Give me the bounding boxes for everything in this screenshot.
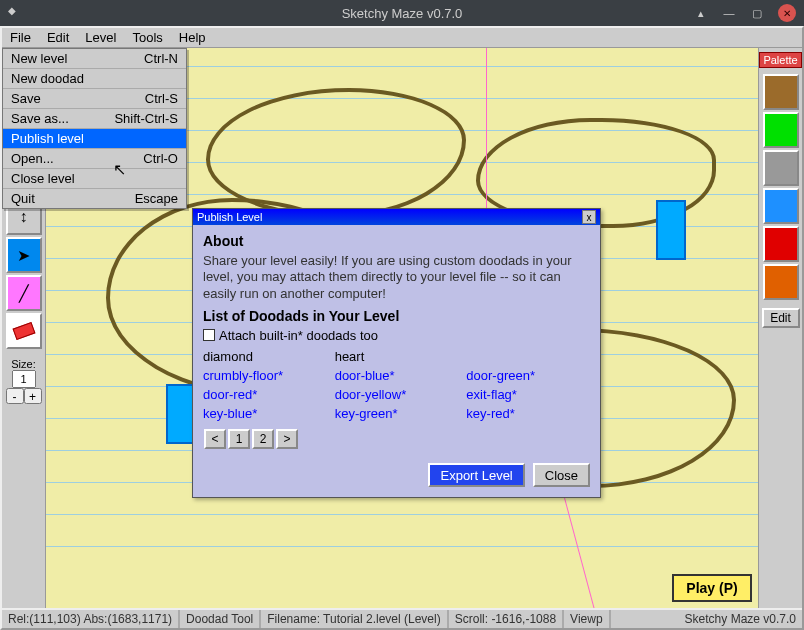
file-menu-item[interactable]: New levelCtrl-N bbox=[3, 49, 186, 69]
attach-builtin-label: Attach built-in* doodads too bbox=[219, 328, 378, 343]
file-menu-dropdown: New levelCtrl-NNew doodadSaveCtrl-SSave … bbox=[2, 48, 187, 209]
menu-tools[interactable]: Tools bbox=[124, 28, 170, 47]
size-label: Size: bbox=[6, 358, 42, 370]
file-menu-item[interactable]: New doodad bbox=[3, 69, 186, 89]
about-text: Share your level easily! If you are usin… bbox=[203, 253, 590, 302]
pager-page-2[interactable]: 2 bbox=[252, 429, 274, 449]
pointer-tool[interactable]: ➤ bbox=[6, 237, 42, 273]
size-input[interactable] bbox=[12, 370, 36, 388]
menu-file[interactable]: File bbox=[2, 28, 39, 47]
list-heading: List of Doodads in Your Level bbox=[203, 308, 590, 324]
line-tool[interactable]: ╱ bbox=[6, 275, 42, 311]
status-filename: Filename: Tutorial 2.level (Level) bbox=[261, 610, 448, 628]
status-tool: Doodad Tool bbox=[180, 610, 261, 628]
app-frame: File Edit Level Tools Help ↕ ➤ ╱ Size: -… bbox=[0, 26, 804, 630]
play-button[interactable]: Play (P) bbox=[672, 574, 752, 602]
pager-prev[interactable]: < bbox=[204, 429, 226, 449]
palette-label: Palette bbox=[759, 52, 801, 68]
pager-page-1[interactable]: 1 bbox=[228, 429, 250, 449]
maximize-icon[interactable]: ▢ bbox=[750, 6, 764, 20]
file-menu-item[interactable]: Publish level bbox=[3, 129, 186, 149]
size-minus[interactable]: - bbox=[6, 388, 24, 404]
pager-next[interactable]: > bbox=[276, 429, 298, 449]
doodad-entry bbox=[466, 349, 590, 364]
eraser-tool[interactable] bbox=[6, 313, 42, 349]
close-icon[interactable]: ✕ bbox=[778, 4, 796, 22]
doodad-entry[interactable]: door-green* bbox=[466, 368, 590, 383]
palette-swatch[interactable] bbox=[763, 226, 799, 262]
close-button[interactable]: Close bbox=[533, 463, 590, 487]
door-blue-sprite bbox=[656, 200, 686, 260]
export-level-button[interactable]: Export Level bbox=[428, 463, 524, 487]
doodad-entry: heart bbox=[335, 349, 459, 364]
menubar: File Edit Level Tools Help bbox=[2, 28, 802, 48]
palette-panel: Palette Edit bbox=[758, 48, 802, 608]
menu-level[interactable]: Level bbox=[77, 28, 124, 47]
doodad-entry[interactable]: key-green* bbox=[335, 406, 459, 421]
pager: < 1 2 > bbox=[203, 429, 299, 449]
status-version: Sketchy Maze v0.7.0 bbox=[679, 610, 802, 628]
file-menu-item[interactable]: Open...Ctrl-O bbox=[3, 149, 186, 169]
file-menu-item[interactable]: Save as...Shift-Ctrl-S bbox=[3, 109, 186, 129]
doodad-entry[interactable]: door-yellow* bbox=[335, 387, 459, 402]
file-menu-item[interactable]: Close level bbox=[3, 169, 186, 189]
minimize-icon[interactable]: — bbox=[722, 6, 736, 20]
palette-swatch[interactable] bbox=[763, 112, 799, 148]
always-on-top-icon[interactable]: ▴ bbox=[694, 6, 708, 20]
about-heading: About bbox=[203, 233, 590, 249]
statusbar: Rel:(111,103) Abs:(1683,1171) Doodad Too… bbox=[2, 608, 802, 628]
doodad-entry[interactable]: door-red* bbox=[203, 387, 327, 402]
dialog-title: Publish Level bbox=[197, 211, 262, 223]
palette-swatch[interactable] bbox=[763, 74, 799, 110]
doodad-entry[interactable]: door-blue* bbox=[335, 368, 459, 383]
titlebar: ◆ Sketchy Maze v0.7.0 ▴ — ▢ ✕ bbox=[0, 0, 804, 26]
doodad-entry[interactable]: crumbly-floor* bbox=[203, 368, 327, 383]
dialog-titlebar[interactable]: Publish Level x bbox=[193, 209, 600, 225]
menu-help[interactable]: Help bbox=[171, 28, 214, 47]
doodad-entry[interactable]: exit-flag* bbox=[466, 387, 590, 402]
palette-swatch[interactable] bbox=[763, 264, 799, 300]
palette-edit-button[interactable]: Edit bbox=[762, 308, 800, 328]
file-menu-item[interactable]: SaveCtrl-S bbox=[3, 89, 186, 109]
attach-builtin-checkbox[interactable] bbox=[203, 329, 215, 341]
menu-edit[interactable]: Edit bbox=[39, 28, 77, 47]
status-viewport: Viewp bbox=[564, 610, 610, 628]
publish-level-dialog: Publish Level x About Share your level e… bbox=[192, 208, 601, 498]
app-icon: ◆ bbox=[8, 5, 24, 21]
status-coords: Rel:(111,103) Abs:(1683,1171) bbox=[2, 610, 180, 628]
dialog-close-button[interactable]: x bbox=[582, 210, 596, 224]
size-plus[interactable]: + bbox=[24, 388, 42, 404]
palette-swatch[interactable] bbox=[763, 188, 799, 224]
doodad-list: diamondheartcrumbly-floor*door-blue*door… bbox=[203, 349, 590, 421]
file-menu-item[interactable]: QuitEscape bbox=[3, 189, 186, 208]
doodad-entry[interactable]: key-red* bbox=[466, 406, 590, 421]
doodad-entry[interactable]: key-blue* bbox=[203, 406, 327, 421]
status-scroll: Scroll: -1616,-1088 bbox=[449, 610, 564, 628]
palette-swatch[interactable] bbox=[763, 150, 799, 186]
doodad-entry: diamond bbox=[203, 349, 327, 364]
window-title: Sketchy Maze v0.7.0 bbox=[342, 6, 463, 21]
